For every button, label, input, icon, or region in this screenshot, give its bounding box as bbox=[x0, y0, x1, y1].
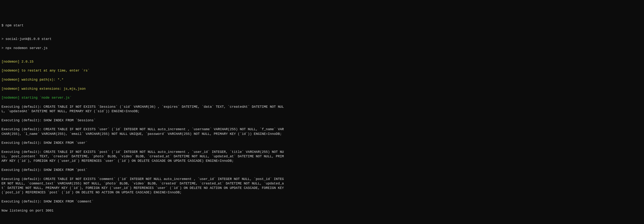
sql-exec-line-comment-index: Executing (default): SHOW INDEX FROM `co… bbox=[2, 199, 286, 204]
nodemon-tag: [nodemon] bbox=[2, 60, 20, 64]
terminal-output[interactable]: $ npm start > social-junk@1.0.0 start > … bbox=[2, 19, 286, 217]
nodemon-extensions-text: watching extensions: js,mjs,json bbox=[20, 87, 86, 91]
sql-exec-line-comment-create: Executing (default): CREATE TABLE IF NOT… bbox=[2, 177, 286, 195]
nodemon-version-text: 2.0.15 bbox=[20, 60, 34, 64]
nodemon-restart-text: to restart at any time, enter `rs` bbox=[20, 69, 90, 72]
nodemon-starting-text: starting `node server.js` bbox=[20, 96, 72, 99]
npm-run-line-1: > social-junk@1.0.0 start bbox=[2, 37, 286, 41]
npm-run-line-2: > npx nodemon server.js bbox=[2, 46, 286, 50]
nodemon-restart-line: [nodemon] to restart at any time, enter … bbox=[2, 68, 286, 73]
shell-prompt-line: $ npm start bbox=[2, 23, 286, 28]
nodemon-extensions-line: [nodemon] watching extensions: js,mjs,js… bbox=[2, 86, 286, 91]
nodemon-paths-text: watching path(s): *.* bbox=[20, 78, 64, 81]
sql-exec-line-sessions-create: Executing (default): CREATE TABLE IF NOT… bbox=[2, 104, 286, 114]
sql-exec-line-user-index: Executing (default): SHOW INDEX FROM `us… bbox=[2, 141, 286, 145]
nodemon-paths-line: [nodemon] watching path(s): *.* bbox=[2, 77, 286, 82]
nodemon-tag: [nodemon] bbox=[2, 78, 20, 81]
nodemon-starting-line: [nodemon] starting `node server.js` bbox=[2, 95, 286, 100]
sql-exec-line-sessions-index: Executing (default): SHOW INDEX FROM `Se… bbox=[2, 118, 286, 123]
nodemon-tag: [nodemon] bbox=[2, 96, 20, 99]
sql-exec-line-post-index: Executing (default): SHOW INDEX FROM `po… bbox=[2, 168, 286, 172]
server-listening-line: Now listening on port 3001 bbox=[2, 208, 286, 213]
nodemon-version-line: [nodemon] 2.0.15 bbox=[2, 59, 286, 64]
nodemon-tag: [nodemon] bbox=[2, 69, 20, 72]
sql-exec-line-user-create: Executing (default): CREATE TABLE IF NOT… bbox=[2, 127, 286, 136]
sql-exec-line-post-create: Executing (default): CREATE TABLE IF NOT… bbox=[2, 150, 286, 163]
nodemon-tag: [nodemon] bbox=[2, 87, 20, 91]
